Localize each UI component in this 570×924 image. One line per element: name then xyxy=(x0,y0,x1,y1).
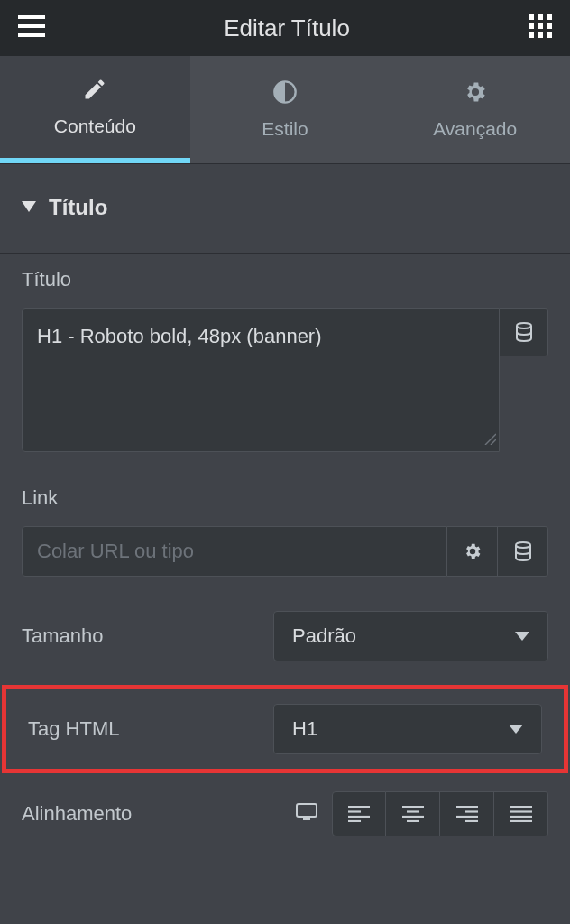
field-link: Link xyxy=(0,472,570,596)
tab-content[interactable]: Conteúdo xyxy=(0,56,190,163)
section-title: Título xyxy=(49,195,107,220)
title-label: Título xyxy=(22,268,548,291)
svg-rect-17 xyxy=(297,804,317,817)
alignment-label: Alinhamento xyxy=(22,802,283,826)
contrast-icon xyxy=(272,79,298,109)
svg-point-16 xyxy=(516,542,530,548)
link-label: Link xyxy=(22,486,548,510)
align-center-button[interactable] xyxy=(386,791,440,836)
align-justify-button[interactable] xyxy=(494,791,548,836)
caret-down-icon xyxy=(22,199,36,216)
svg-rect-6 xyxy=(529,23,534,29)
htmltag-highlight: Tag HTML H1 xyxy=(2,685,568,773)
tab-advanced-label: Avançado xyxy=(433,118,517,140)
panel-header: Editar Título xyxy=(0,0,570,56)
svg-rect-0 xyxy=(18,15,45,19)
htmltag-select-value: H1 xyxy=(292,717,317,741)
tab-style[interactable]: Estilo xyxy=(190,56,381,163)
svg-rect-7 xyxy=(538,23,543,29)
htmltag-label: Tag HTML xyxy=(28,717,259,741)
dynamic-tags-button[interactable] xyxy=(500,308,548,356)
align-right-button[interactable] xyxy=(440,791,494,836)
title-textarea[interactable] xyxy=(22,308,500,452)
field-size: Tamanho Padrão xyxy=(0,596,570,681)
link-options-button[interactable] xyxy=(447,526,498,577)
desktop-icon[interactable] xyxy=(296,803,317,825)
gear-icon xyxy=(463,79,488,109)
svg-rect-8 xyxy=(547,23,552,29)
field-title: Título xyxy=(0,254,570,472)
svg-rect-11 xyxy=(547,32,552,38)
link-input[interactable] xyxy=(22,526,447,577)
panel-title: Editar Título xyxy=(224,14,350,42)
svg-rect-10 xyxy=(538,32,543,38)
svg-rect-2 xyxy=(18,33,45,37)
svg-rect-3 xyxy=(529,14,534,20)
link-dynamic-button[interactable] xyxy=(498,526,548,577)
section-header-row[interactable]: Título xyxy=(0,164,570,254)
alignment-buttons xyxy=(332,791,548,836)
svg-rect-4 xyxy=(538,14,543,20)
svg-point-13 xyxy=(517,323,531,328)
tabs: Conteúdo Estilo Avançado xyxy=(0,56,570,164)
size-label: Tamanho xyxy=(22,624,259,648)
pencil-icon xyxy=(82,77,107,106)
menu-icon[interactable] xyxy=(18,15,45,41)
svg-rect-9 xyxy=(529,32,534,38)
svg-rect-1 xyxy=(18,24,45,28)
tab-style-label: Estilo xyxy=(262,118,308,140)
tab-content-label: Conteúdo xyxy=(54,116,136,137)
htmltag-select[interactable]: H1 xyxy=(273,704,542,754)
size-select-value: Padrão xyxy=(292,624,356,648)
size-select[interactable]: Padrão xyxy=(273,611,548,661)
svg-rect-18 xyxy=(303,818,310,820)
field-alignment: Alinhamento xyxy=(0,777,570,856)
tab-advanced[interactable]: Avançado xyxy=(380,56,570,163)
apps-grid-icon[interactable] xyxy=(529,14,552,42)
align-left-button[interactable] xyxy=(332,791,386,836)
svg-rect-5 xyxy=(547,14,552,20)
